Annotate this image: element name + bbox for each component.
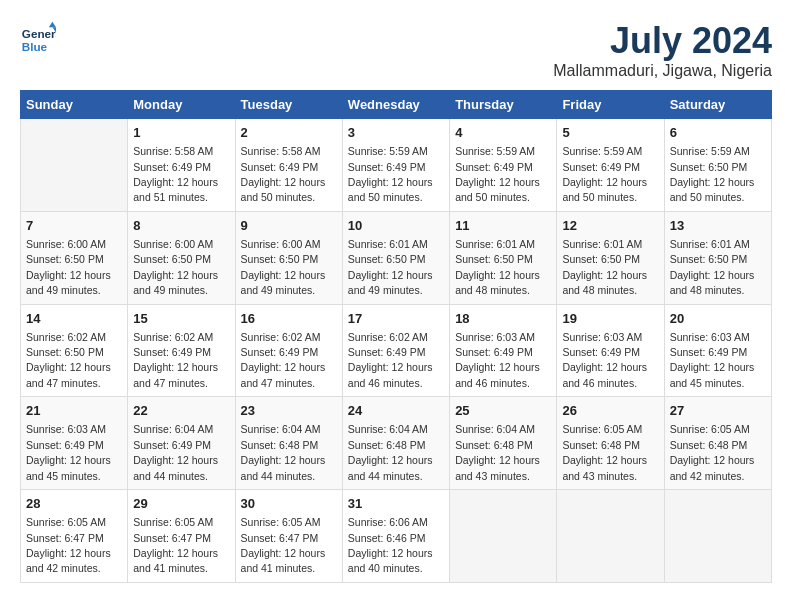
day-cell: 9 Sunrise: 6:00 AM Sunset: 6:50 PM Dayli… xyxy=(235,211,342,304)
day-cell: 23 Sunrise: 6:04 AM Sunset: 6:48 PM Dayl… xyxy=(235,397,342,490)
day-number: 31 xyxy=(348,495,444,513)
day-cell: 6 Sunrise: 5:59 AM Sunset: 6:50 PM Dayli… xyxy=(664,119,771,212)
day-cell: 14 Sunrise: 6:02 AM Sunset: 6:50 PM Dayl… xyxy=(21,304,128,397)
day-cell: 4 Sunrise: 5:59 AM Sunset: 6:49 PM Dayli… xyxy=(450,119,557,212)
day-sunset: Sunset: 6:49 PM xyxy=(455,346,533,358)
logo-icon: General Blue xyxy=(20,20,56,56)
week-row-4: 28 Sunrise: 6:05 AM Sunset: 6:47 PM Dayl… xyxy=(21,490,772,583)
location: Mallammaduri, Jigawa, Nigeria xyxy=(553,62,772,80)
day-sunrise: Sunrise: 6:05 AM xyxy=(562,423,642,435)
day-number: 6 xyxy=(670,124,766,142)
day-daylight: Daylight: 12 hours and 45 minutes. xyxy=(26,454,111,481)
day-sunset: Sunset: 6:50 PM xyxy=(455,253,533,265)
day-cell: 10 Sunrise: 6:01 AM Sunset: 6:50 PM Dayl… xyxy=(342,211,449,304)
day-cell: 27 Sunrise: 6:05 AM Sunset: 6:48 PM Dayl… xyxy=(664,397,771,490)
day-cell: 22 Sunrise: 6:04 AM Sunset: 6:49 PM Dayl… xyxy=(128,397,235,490)
svg-text:General: General xyxy=(22,27,56,40)
day-number: 29 xyxy=(133,495,229,513)
day-sunset: Sunset: 6:48 PM xyxy=(455,439,533,451)
day-daylight: Daylight: 12 hours and 48 minutes. xyxy=(670,269,755,296)
day-sunset: Sunset: 6:49 PM xyxy=(670,346,748,358)
day-daylight: Daylight: 12 hours and 47 minutes. xyxy=(241,361,326,388)
day-daylight: Daylight: 12 hours and 47 minutes. xyxy=(133,361,218,388)
day-sunrise: Sunrise: 6:05 AM xyxy=(133,516,213,528)
calendar-header: SundayMondayTuesdayWednesdayThursdayFrid… xyxy=(21,91,772,119)
day-number: 4 xyxy=(455,124,551,142)
day-sunset: Sunset: 6:49 PM xyxy=(133,346,211,358)
day-cell: 1 Sunrise: 5:58 AM Sunset: 6:49 PM Dayli… xyxy=(128,119,235,212)
header-cell-thursday: Thursday xyxy=(450,91,557,119)
day-cell: 15 Sunrise: 6:02 AM Sunset: 6:49 PM Dayl… xyxy=(128,304,235,397)
day-daylight: Daylight: 12 hours and 43 minutes. xyxy=(455,454,540,481)
day-number: 30 xyxy=(241,495,337,513)
day-daylight: Daylight: 12 hours and 50 minutes. xyxy=(455,176,540,203)
day-sunset: Sunset: 6:49 PM xyxy=(348,161,426,173)
day-sunrise: Sunrise: 5:59 AM xyxy=(455,145,535,157)
day-cell: 17 Sunrise: 6:02 AM Sunset: 6:49 PM Dayl… xyxy=(342,304,449,397)
day-daylight: Daylight: 12 hours and 48 minutes. xyxy=(562,269,647,296)
day-number: 15 xyxy=(133,310,229,328)
day-sunrise: Sunrise: 5:58 AM xyxy=(133,145,213,157)
day-sunset: Sunset: 6:50 PM xyxy=(670,161,748,173)
week-row-0: 1 Sunrise: 5:58 AM Sunset: 6:49 PM Dayli… xyxy=(21,119,772,212)
title-area: July 2024 Mallammaduri, Jigawa, Nigeria xyxy=(553,20,772,80)
day-sunset: Sunset: 6:47 PM xyxy=(133,532,211,544)
day-cell: 11 Sunrise: 6:01 AM Sunset: 6:50 PM Dayl… xyxy=(450,211,557,304)
header-cell-saturday: Saturday xyxy=(664,91,771,119)
day-cell xyxy=(664,490,771,583)
day-daylight: Daylight: 12 hours and 41 minutes. xyxy=(133,547,218,574)
header-cell-wednesday: Wednesday xyxy=(342,91,449,119)
day-sunrise: Sunrise: 5:59 AM xyxy=(670,145,750,157)
day-sunset: Sunset: 6:49 PM xyxy=(26,439,104,451)
day-number: 14 xyxy=(26,310,122,328)
day-number: 7 xyxy=(26,217,122,235)
day-sunrise: Sunrise: 6:01 AM xyxy=(562,238,642,250)
day-sunrise: Sunrise: 6:02 AM xyxy=(133,331,213,343)
day-sunset: Sunset: 6:48 PM xyxy=(670,439,748,451)
day-daylight: Daylight: 12 hours and 45 minutes. xyxy=(670,361,755,388)
day-sunset: Sunset: 6:49 PM xyxy=(241,161,319,173)
day-sunrise: Sunrise: 6:00 AM xyxy=(241,238,321,250)
day-number: 11 xyxy=(455,217,551,235)
week-row-3: 21 Sunrise: 6:03 AM Sunset: 6:49 PM Dayl… xyxy=(21,397,772,490)
day-number: 25 xyxy=(455,402,551,420)
header-row: SundayMondayTuesdayWednesdayThursdayFrid… xyxy=(21,91,772,119)
day-daylight: Daylight: 12 hours and 50 minutes. xyxy=(348,176,433,203)
day-sunrise: Sunrise: 6:05 AM xyxy=(26,516,106,528)
day-number: 19 xyxy=(562,310,658,328)
day-cell xyxy=(557,490,664,583)
day-cell: 29 Sunrise: 6:05 AM Sunset: 6:47 PM Dayl… xyxy=(128,490,235,583)
day-daylight: Daylight: 12 hours and 44 minutes. xyxy=(133,454,218,481)
day-cell: 31 Sunrise: 6:06 AM Sunset: 6:46 PM Dayl… xyxy=(342,490,449,583)
day-sunset: Sunset: 6:50 PM xyxy=(26,253,104,265)
day-sunrise: Sunrise: 6:02 AM xyxy=(26,331,106,343)
day-cell: 26 Sunrise: 6:05 AM Sunset: 6:48 PM Dayl… xyxy=(557,397,664,490)
day-cell: 20 Sunrise: 6:03 AM Sunset: 6:49 PM Dayl… xyxy=(664,304,771,397)
day-cell: 28 Sunrise: 6:05 AM Sunset: 6:47 PM Dayl… xyxy=(21,490,128,583)
day-daylight: Daylight: 12 hours and 50 minutes. xyxy=(241,176,326,203)
day-number: 3 xyxy=(348,124,444,142)
day-cell xyxy=(21,119,128,212)
day-cell: 18 Sunrise: 6:03 AM Sunset: 6:49 PM Dayl… xyxy=(450,304,557,397)
day-daylight: Daylight: 12 hours and 49 minutes. xyxy=(26,269,111,296)
day-sunset: Sunset: 6:46 PM xyxy=(348,532,426,544)
day-sunset: Sunset: 6:50 PM xyxy=(348,253,426,265)
day-daylight: Daylight: 12 hours and 44 minutes. xyxy=(348,454,433,481)
day-sunrise: Sunrise: 6:03 AM xyxy=(562,331,642,343)
header-cell-tuesday: Tuesday xyxy=(235,91,342,119)
day-number: 26 xyxy=(562,402,658,420)
day-daylight: Daylight: 12 hours and 50 minutes. xyxy=(562,176,647,203)
day-sunset: Sunset: 6:50 PM xyxy=(26,346,104,358)
day-number: 18 xyxy=(455,310,551,328)
week-row-2: 14 Sunrise: 6:02 AM Sunset: 6:50 PM Dayl… xyxy=(21,304,772,397)
day-daylight: Daylight: 12 hours and 51 minutes. xyxy=(133,176,218,203)
day-daylight: Daylight: 12 hours and 47 minutes. xyxy=(26,361,111,388)
week-row-1: 7 Sunrise: 6:00 AM Sunset: 6:50 PM Dayli… xyxy=(21,211,772,304)
day-sunrise: Sunrise: 6:01 AM xyxy=(670,238,750,250)
day-number: 20 xyxy=(670,310,766,328)
day-sunrise: Sunrise: 6:02 AM xyxy=(241,331,321,343)
day-sunset: Sunset: 6:49 PM xyxy=(348,346,426,358)
logo: General Blue xyxy=(20,20,56,56)
day-number: 24 xyxy=(348,402,444,420)
day-cell: 24 Sunrise: 6:04 AM Sunset: 6:48 PM Dayl… xyxy=(342,397,449,490)
